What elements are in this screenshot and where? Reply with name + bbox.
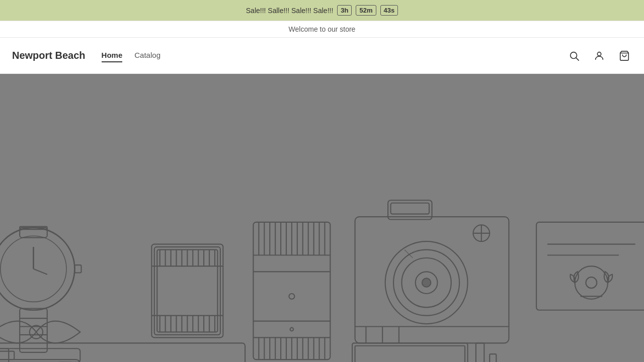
search-button[interactable] <box>567 48 582 63</box>
welcome-bar: Welcome to our store <box>0 21 644 38</box>
cart-icon <box>619 50 630 61</box>
logo[interactable]: Newport Beach <box>12 50 86 61</box>
timer-hours: 3h <box>337 5 352 16</box>
user-icon <box>594 50 605 61</box>
sale-text: Sale!!! Salle!!! Sale!!! Sale!!! <box>246 7 334 15</box>
nav-catalog[interactable]: Catalog <box>134 49 160 62</box>
header: Newport Beach Home Catalog <box>0 38 644 74</box>
header-actions <box>567 48 632 63</box>
main-nav: Home Catalog <box>102 49 567 62</box>
svg-point-2 <box>597 52 601 55</box>
timer-seconds: 43s <box>380 5 398 16</box>
announcement-bar: Sale!!! Salle!!! Sale!!! Sale!!! 3h 52m … <box>0 0 644 21</box>
hero-section <box>0 74 644 362</box>
svg-rect-4 <box>0 74 644 362</box>
cart-button[interactable] <box>617 48 632 63</box>
hero-illustration <box>0 74 644 362</box>
svg-line-1 <box>576 58 579 60</box>
login-button[interactable] <box>592 48 607 63</box>
svg-point-84 <box>422 278 431 287</box>
search-icon <box>569 50 580 61</box>
nav-home[interactable]: Home <box>102 49 123 62</box>
timer-minutes: 52m <box>356 5 376 16</box>
welcome-text: Welcome to our store <box>289 25 356 33</box>
